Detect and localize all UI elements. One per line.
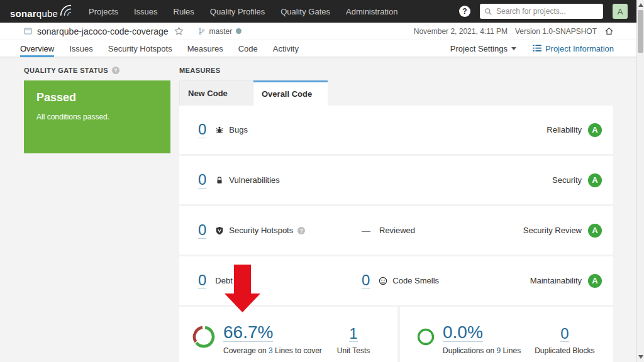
coverage-lines-link[interactable]: 3 (269, 346, 273, 355)
measure-row-hotspots: 0 Security Hotspots ? — Reviewed Sec (179, 206, 613, 255)
code-smells-cell: 0 Code Smells (362, 272, 530, 288)
bugs-cell: 0 Bugs (198, 121, 362, 138)
tabbar-right: Project Settings Project Information (450, 44, 614, 53)
project-meta: November 2, 2021, 4:11 PM Version 1.0-SN… (414, 26, 614, 36)
measure-row-vulnerabilities: 0 Vulnerabilities Security A (179, 156, 613, 204)
security-review-rating-group: Security Review A (523, 224, 602, 238)
quality-gate-panel: QUALITY GATE STATUS ? Passed All conditi… (24, 65, 170, 153)
duplications-metric: 0.0% Duplications on 9 Lines (443, 319, 521, 355)
project-title: sonarqube-jacoco-code-coverage (37, 26, 169, 36)
vertical-scrollbar[interactable] (636, 0, 644, 362)
project-settings-dropdown[interactable]: Project Settings (450, 44, 516, 53)
quality-gate-heading-label: QUALITY GATE STATUS (24, 67, 108, 74)
nav-item-administration[interactable]: Administration (346, 7, 397, 16)
code-smells-label: Code Smells (392, 276, 439, 285)
nav-item-rules[interactable]: Rules (174, 7, 194, 16)
unit-tests-metric: 1 Unit Tests (337, 319, 370, 355)
duplications-label-suffix: Lines (502, 346, 521, 355)
measures-heading-label: MEASURES (179, 67, 221, 74)
security-rating-badge: A (588, 173, 602, 187)
scrollbar-down-icon[interactable] (638, 355, 643, 359)
security-review-rating-badge: A (588, 224, 602, 238)
maintainability-rating-group: Maintainability A (530, 274, 602, 288)
bugs-count-link[interactable]: 0 (198, 121, 206, 138)
page: sonarqube Projects Issues Rules Quality … (0, 0, 636, 362)
logo-text-light: qube (36, 8, 58, 19)
coverage-duplications-row: 66.7% Coverage on 3 Lines to cover 1 Uni… (179, 307, 613, 362)
vulnerabilities-cell: 0 Vulnerabilities (198, 172, 362, 188)
tab-new-code[interactable]: New Code (179, 80, 253, 106)
debt-label: Debt (215, 276, 232, 285)
coverage-card: 66.7% Coverage on 3 Lines to cover 1 Uni… (179, 307, 397, 362)
top-navbar: sonarqube Projects Issues Rules Quality … (0, 0, 636, 23)
coverage-metric: 66.7% Coverage on 3 Lines to cover (223, 319, 322, 355)
duplications-percent-link[interactable]: 0.0% (443, 324, 483, 342)
hotspots-help-icon[interactable]: ? (297, 227, 305, 234)
tab-security-hotspots[interactable]: Security Hotspots (108, 40, 172, 57)
reviewed-label: Reviewed (379, 226, 415, 235)
analysis-date: November 2, 2021, 4:11 PM (414, 27, 508, 36)
reliability-rating-badge: A (588, 123, 602, 137)
tab-issues[interactable]: Issues (69, 40, 93, 57)
tab-code[interactable]: Code (238, 40, 258, 57)
tab-measures[interactable]: Measures (187, 40, 223, 57)
scrollbar-thumb[interactable] (638, 10, 643, 53)
duplicated-blocks-count-link[interactable]: 0 (560, 326, 569, 342)
sonarqube-logo[interactable]: sonarqube (10, 4, 72, 19)
duplications-label-prefix: Duplications on (443, 346, 494, 355)
tab-activity[interactable]: Activity (273, 40, 299, 57)
tab-overall-code[interactable]: Overall Code (253, 80, 328, 106)
project-icon (24, 27, 32, 35)
duplications-lines-link[interactable]: 9 (496, 346, 501, 355)
measure-row-maintainability: 0 Debt 0 Code Smells (179, 256, 613, 305)
nav-item-quality-gates[interactable]: Quality Gates (280, 7, 330, 16)
coverage-donut-icon (192, 325, 216, 349)
tab-overview[interactable]: Overview (20, 40, 54, 57)
reviewed-dash: — (362, 226, 370, 236)
maintainability-label: Maintainability (530, 276, 582, 285)
search-icon (484, 7, 492, 18)
code-smells-count-link[interactable]: 0 (362, 272, 370, 288)
home-icon[interactable] (604, 26, 614, 36)
duplications-label: Duplications on 9 Lines (443, 346, 521, 355)
nav-item-quality-profiles[interactable]: Quality Profiles (210, 7, 265, 16)
quality-gate-status: Passed (36, 91, 158, 104)
duplicated-blocks-label: Duplicated Blocks (535, 346, 594, 355)
scrollbar-up-icon[interactable] (638, 3, 643, 7)
search-input[interactable] (480, 4, 603, 19)
duplications-card: 0.0% Duplications on 9 Lines 0 Duplicate… (400, 307, 613, 362)
unit-tests-count-link[interactable]: 1 (349, 326, 357, 342)
project-version: Version 1.0-SNAPSHOT (515, 27, 597, 36)
unit-tests-label: Unit Tests (337, 346, 370, 355)
favorite-star-icon[interactable] (174, 26, 184, 36)
security-review-label: Security Review (523, 226, 582, 235)
debt-cell: 0 Debt (198, 272, 362, 288)
project-header-bar: sonarqube-jacoco-code-coverage master No… (0, 23, 636, 40)
nav-item-projects[interactable]: Projects (89, 7, 118, 16)
quality-gate-heading: QUALITY GATE STATUS ? (24, 67, 170, 74)
maintainability-rating-badge: A (588, 274, 602, 288)
project-information-button[interactable]: Project Information (533, 44, 614, 53)
branch-icon (197, 27, 206, 35)
measures-heading: MEASURES (179, 67, 613, 74)
duplications-ring-icon (416, 327, 435, 346)
vulnerabilities-count-link[interactable]: 0 (198, 172, 206, 188)
hotspots-count-link[interactable]: 0 (198, 222, 206, 238)
quality-gate-status-card: Passed All conditions passed. (24, 80, 170, 153)
sonar-waves-icon (60, 4, 72, 18)
coverage-percent-link[interactable]: 66.7% (223, 324, 273, 342)
branch-selector[interactable]: master (197, 27, 242, 36)
nav-item-issues[interactable]: Issues (134, 7, 158, 16)
coverage-label-suffix: Lines to cover (275, 346, 322, 355)
user-avatar[interactable]: A (613, 4, 628, 19)
hotspots-reviewed-cell: — Reviewed (362, 226, 523, 236)
quality-gate-help-icon[interactable]: ? (112, 67, 119, 74)
logo-text-bold: sonar (10, 8, 36, 19)
coverage-label-prefix: Coverage on (223, 346, 267, 355)
project-information-label: Project Information (545, 44, 614, 53)
help-icon[interactable]: ? (459, 6, 470, 17)
debt-value-link[interactable]: 0 (198, 272, 206, 288)
measure-row-bugs: 0 Bugs Reliability A (179, 106, 613, 154)
lock-icon (215, 176, 224, 185)
project-nav-tabs: Overview Issues Security Hotspots Measur… (0, 40, 636, 57)
